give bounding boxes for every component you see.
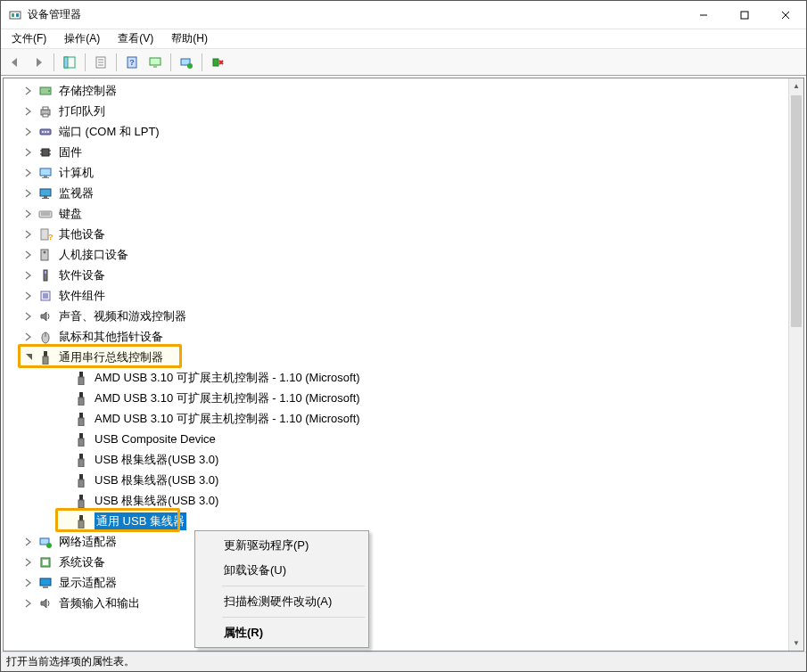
tree-device[interactable]: AMD USB 3.10 可扩展主机控制器 - 1.10 (Microsoft)	[4, 408, 788, 429]
update-driver-button[interactable]	[176, 52, 197, 73]
expand-chevron-icon[interactable]	[21, 104, 36, 119]
network-icon	[37, 534, 54, 550]
expand-chevron-icon[interactable]	[21, 84, 36, 98]
tree-item-label: 固件	[59, 144, 82, 160]
expand-chevron-icon[interactable]	[21, 330, 36, 344]
tree-device[interactable]: USB Composite Device	[4, 429, 788, 449]
menu-view[interactable]: 查看(V)	[111, 29, 161, 48]
usb-icon	[73, 472, 89, 488]
expand-chevron-icon[interactable]	[21, 227, 36, 242]
tree-device[interactable]: AMD USB 3.10 可扩展主机控制器 - 1.10 (Microsoft)	[4, 388, 788, 408]
tree-device[interactable]: USB 根集线器(USB 3.0)	[4, 449, 788, 470]
properties-button[interactable]	[90, 52, 111, 73]
scroll-down-arrow-icon[interactable]: ▼	[789, 635, 803, 651]
context-menu-item[interactable]: 更新驱动程序(P)	[197, 533, 366, 558]
tree-category[interactable]: 端口 (COM 和 LPT)	[4, 121, 788, 142]
expand-chevron-icon[interactable]	[21, 268, 36, 283]
tree-category[interactable]: 通用串行总线控制器	[4, 347, 788, 367]
uninstall-button[interactable]	[207, 52, 228, 73]
maximize-button[interactable]	[724, 1, 765, 29]
scan-hardware-button[interactable]	[144, 52, 166, 73]
svg-text:?: ?	[129, 58, 135, 67]
expand-chevron-icon[interactable]	[21, 535, 36, 549]
expand-chevron-icon[interactable]	[21, 248, 36, 262]
context-menu-item[interactable]: 卸载设备(U)	[197, 558, 366, 583]
tree-device[interactable]: 通用 USB 集线器	[4, 511, 788, 531]
expand-chevron-icon	[57, 453, 71, 467]
tree-device[interactable]: USB 根集线器(USB 3.0)	[4, 470, 788, 490]
tree-category[interactable]: 打印队列	[4, 101, 788, 121]
show-hide-tree-button[interactable]	[59, 52, 80, 73]
tree-category[interactable]: 键盘	[4, 203, 788, 224]
minimize-button[interactable]	[683, 1, 724, 29]
svg-rect-2	[16, 13, 19, 17]
toolbar-divider	[54, 53, 54, 71]
close-button[interactable]	[765, 1, 806, 29]
device-tree[interactable]: 存储控制器打印队列端口 (COM 和 LPT)固件计算机监视器键盘其他设备人机接…	[4, 78, 788, 651]
expand-chevron-icon[interactable]	[21, 555, 36, 570]
svg-rect-1	[12, 13, 14, 17]
expand-chevron-icon[interactable]	[21, 125, 36, 139]
tree-category[interactable]: 系统设备	[4, 552, 788, 572]
tree-category[interactable]: 固件	[4, 142, 788, 162]
tree-category[interactable]: 音频输入和输出	[4, 593, 788, 613]
vertical-scrollbar[interactable]: ▲ ▼	[788, 78, 803, 651]
mouse-icon	[37, 329, 54, 345]
expand-chevron-icon[interactable]	[21, 186, 36, 201]
tree-category[interactable]: 软件组件	[4, 285, 788, 306]
expand-chevron-icon[interactable]	[21, 309, 36, 324]
tree-device[interactable]: AMD USB 3.10 可扩展主机控制器 - 1.10 (Microsoft)	[4, 367, 788, 388]
tree-category[interactable]: 监视器	[4, 183, 788, 203]
back-button[interactable]	[4, 52, 26, 73]
toolbar-divider	[116, 53, 117, 71]
tree-category[interactable]: 计算机	[4, 162, 788, 183]
firmware-icon	[37, 144, 54, 160]
tree-category[interactable]: 鼠标和其他指针设备	[4, 326, 788, 347]
sw-icon	[37, 267, 54, 283]
usb-icon	[73, 431, 89, 447]
context-menu-item[interactable]: 扫描检测硬件改动(A)	[197, 589, 366, 614]
tree-item-label: 软件设备	[59, 267, 105, 283]
tree-item-label: 监视器	[59, 185, 94, 201]
expand-chevron-icon[interactable]	[21, 166, 36, 180]
storage-icon	[37, 83, 54, 99]
tree-category[interactable]: 其他设备	[4, 224, 788, 244]
tree-item-label: 键盘	[59, 206, 82, 222]
forward-button[interactable]	[28, 52, 49, 73]
expand-chevron-icon[interactable]	[21, 596, 36, 611]
menu-help[interactable]: 帮助(H)	[164, 29, 215, 48]
scrollbar-track[interactable]	[789, 94, 803, 635]
tree-category[interactable]: 网络适配器	[4, 531, 788, 552]
svg-rect-18	[213, 59, 218, 66]
usb-icon	[73, 390, 89, 406]
scrollbar-thumb[interactable]	[791, 95, 802, 327]
tree-category[interactable]: 存储控制器	[4, 80, 788, 101]
expand-chevron-icon[interactable]	[21, 350, 36, 365]
expand-chevron-icon	[57, 391, 71, 406]
tree-category[interactable]: 显示适配器	[4, 572, 788, 593]
tree-category[interactable]: 声音、视频和游戏控制器	[4, 306, 788, 326]
sound-icon	[37, 595, 54, 611]
tree-category[interactable]: 软件设备	[4, 265, 788, 285]
port-icon	[37, 124, 54, 140]
titlebar: 设备管理器	[1, 1, 806, 29]
expand-chevron-icon[interactable]	[21, 145, 36, 160]
scroll-up-arrow-icon[interactable]: ▲	[789, 78, 803, 94]
tree-item-label: AMD USB 3.10 可扩展主机控制器 - 1.10 (Microsoft)	[95, 411, 360, 427]
expand-chevron-icon	[57, 473, 71, 488]
menu-action[interactable]: 操作(A)	[57, 29, 107, 48]
statusbar: 打开当前选择项的属性表。	[1, 652, 806, 671]
tree-item-label: USB 根集线器(USB 3.0)	[95, 472, 218, 488]
tree-item-label: 人机接口设备	[59, 247, 128, 263]
help-button[interactable]: ?	[121, 52, 143, 73]
monitor-icon	[37, 185, 54, 201]
expand-chevron-icon[interactable]	[21, 289, 36, 303]
expand-chevron-icon[interactable]	[21, 207, 36, 221]
context-menu-item[interactable]: 属性(R)	[197, 620, 366, 645]
expand-chevron-icon	[57, 432, 71, 447]
menubar: 文件(F) 操作(A) 查看(V) 帮助(H)	[1, 29, 806, 49]
expand-chevron-icon[interactable]	[21, 576, 36, 590]
tree-category[interactable]: 人机接口设备	[4, 244, 788, 265]
tree-device[interactable]: USB 根集线器(USB 3.0)	[4, 490, 788, 511]
menu-file[interactable]: 文件(F)	[4, 29, 54, 48]
